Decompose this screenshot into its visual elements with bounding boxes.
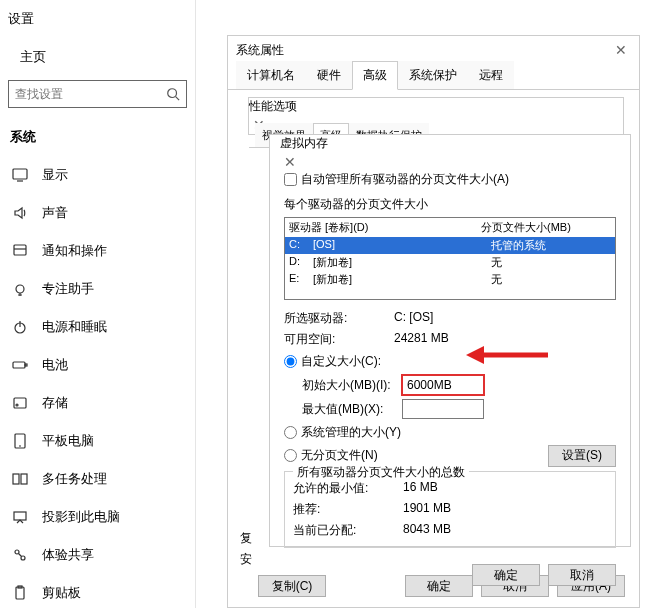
drive-row[interactable]: C:[OS]托管的系统 [285,237,615,254]
nav-power[interactable]: 电源和睡眠 [0,308,195,346]
totals-legend: 所有驱动器分页文件大小的总数 [293,464,469,481]
search-box[interactable] [8,80,187,108]
search-input[interactable] [15,87,166,101]
nav-label: 声音 [42,204,68,222]
svg-rect-4 [14,245,26,255]
nav-focus[interactable]: 专注助手 [0,270,195,308]
drive-letter: E: [289,272,313,287]
nav-label: 投影到此电脑 [42,508,120,526]
vmem-footer: 确定 取消 [270,556,630,594]
drive-table-header: 驱动器 [卷标](D) 分页文件大小(MB) [285,218,615,237]
performance-options-dialog: 性能选项 ✕ 视觉效果高级数据执行保护 [248,97,624,135]
auto-manage-checkbox[interactable] [284,173,297,186]
nav-tablet[interactable]: 平板电脑 [0,422,195,460]
svg-rect-16 [21,474,27,484]
drive-label: [OS] [313,238,491,253]
max-size-input[interactable] [402,399,484,419]
sound-icon [12,205,28,221]
nav-label: 显示 [42,166,68,184]
drive-letter: D: [289,255,313,270]
drive-table: 驱动器 [卷标](D) 分页文件大小(MB) C:[OS]托管的系统D:[新加卷… [284,217,616,300]
svg-rect-15 [13,474,19,484]
col-pagefile: 分页文件大小(MB) [481,220,611,235]
power-icon [12,319,28,335]
nav-battery[interactable]: 电池 [0,346,195,384]
nav-clipboard[interactable]: 剪贴板 [0,574,195,608]
drive-size: 无 [491,255,611,270]
nav-multitask[interactable]: 多任务处理 [0,460,195,498]
auto-manage-row[interactable]: 自动管理所有驱动器的分页文件大小(A) [284,169,616,194]
initial-size-input[interactable] [402,375,484,395]
avail-space-lbl: 可用空间: [284,331,394,348]
svg-point-0 [168,89,177,98]
sysprops-tab-4[interactable]: 远程 [468,61,514,89]
rec-val: 1901 MB [403,501,451,518]
nav-sound[interactable]: 声音 [0,194,195,232]
cancel-button[interactable]: 取消 [548,564,616,586]
search-icon [166,87,180,101]
svg-point-6 [16,285,24,293]
nav-label: 电源和睡眠 [42,318,107,336]
settings-sidebar: 设置 主页 系统 显示声音通知和操作专注助手电源和睡眠电池存储平板电脑多任务处理… [0,0,196,608]
nav-label: 专注助手 [42,280,94,298]
vmem-body: 自动管理所有驱动器的分页文件大小(A) 每个驱动器的分页文件大小 驱动器 [卷标… [270,161,630,556]
settings-title: 设置 [0,0,195,42]
drive-label: [新加卷] [313,272,491,287]
nav-notifications[interactable]: 通知和操作 [0,232,195,270]
nav-display[interactable]: 显示 [0,156,195,194]
totals-group: 所有驱动器分页文件大小的总数 允许的最小值:16 MB 推荐:1901 MB 当… [284,471,616,548]
custom-size-radio[interactable] [284,355,297,368]
nav-label: 平板电脑 [42,432,94,450]
nav-label: 剪贴板 [42,584,81,602]
perfopts-title: 性能选项 [249,99,297,113]
nav-shared[interactable]: 体验共享 [0,536,195,574]
shared-icon [12,547,28,563]
svg-point-18 [15,550,19,554]
svg-rect-2 [13,169,27,179]
system-managed-row[interactable]: 系统管理的大小(Y) [284,421,616,444]
nav-label: 存储 [42,394,68,412]
drive-row[interactable]: D:[新加卷]无 [285,254,615,271]
home-row[interactable]: 主页 [0,42,195,80]
svg-line-1 [176,97,180,101]
nav-storage[interactable]: 存储 [0,384,195,422]
selected-drive-row: 所选驱动器: C: [OS] [284,308,616,329]
clipboard-icon [12,585,28,601]
max-size-lbl: 最大值(MB)(X): [302,401,396,418]
nav-project[interactable]: 投影到此电脑 [0,498,195,536]
drive-row[interactable]: E:[新加卷]无 [285,271,615,288]
sysprops-tab-3[interactable]: 系统保护 [398,61,468,89]
system-managed-radio[interactable] [284,426,297,439]
selected-drive-val: C: [OS] [394,310,433,327]
category-header: 系统 [0,122,195,156]
home-label: 主页 [20,48,46,66]
no-paging-radio[interactable] [284,449,297,462]
sysprops-tab-2[interactable]: 高级 [352,61,398,90]
vmem-title: 虚拟内存 [280,136,328,150]
sysprops-title: 系统属性 [236,42,284,59]
multitask-icon [12,471,28,487]
ok-button[interactable]: 确定 [472,564,540,586]
perfopts-titlebar: 性能选项 ✕ [249,98,623,122]
sysprops-tab-1[interactable]: 硬件 [306,61,352,89]
svg-rect-10 [25,364,27,366]
svg-rect-21 [16,587,24,599]
notifications-icon [12,243,28,259]
custom-size-row[interactable]: 自定义大小(C): [284,350,616,373]
custom-size-label: 自定义大小(C): [301,353,381,370]
sysprops-tab-0[interactable]: 计算机名 [236,61,306,89]
battery-icon [12,357,28,373]
svg-rect-9 [13,362,25,368]
close-icon[interactable]: ✕ [611,40,631,60]
nav-label: 体验共享 [42,546,94,564]
sysprops-titlebar: 系统属性 ✕ [228,36,639,64]
project-icon [12,509,28,525]
drive-table-body: C:[OS]托管的系统D:[新加卷]无E:[新加卷]无 [285,237,615,299]
cur-val: 8043 MB [403,522,451,539]
svg-rect-11 [14,398,26,408]
set-button[interactable]: 设置(S) [548,445,616,467]
avail-space-val: 24281 MB [394,331,449,348]
selected-drive-lbl: 所选驱动器: [284,310,394,327]
focus-icon [12,281,28,297]
virtual-memory-dialog: 虚拟内存 ✕ 自动管理所有驱动器的分页文件大小(A) 每个驱动器的分页文件大小 … [269,134,631,547]
